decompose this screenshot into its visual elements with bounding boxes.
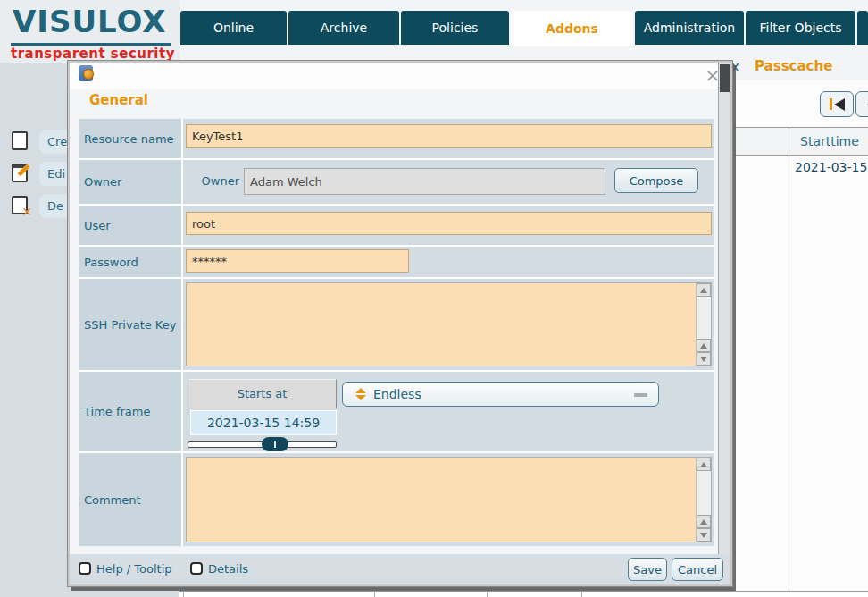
user-input[interactable] xyxy=(186,212,712,235)
skip-bar-icon xyxy=(830,98,832,110)
resource-edit-dialog: × General Resource name Owner Owner Comp… xyxy=(68,61,732,586)
arrow-up-icon xyxy=(700,343,707,349)
dialog-footer: Help / Tooltip Details Save Cancel xyxy=(70,554,730,584)
user-label: User xyxy=(79,206,181,245)
help-tooltip-checkbox[interactable] xyxy=(79,562,91,575)
dialog-scrollbar[interactable] xyxy=(718,63,730,584)
ssh-key-textarea[interactable] xyxy=(187,283,696,366)
start-datetime-value[interactable]: 2021-03-15 14:59 xyxy=(190,410,337,435)
time-slider-thumb[interactable] xyxy=(262,437,288,451)
owner-input[interactable] xyxy=(244,168,605,195)
table-row[interactable]: 2021-03-15 1 xyxy=(795,160,868,174)
cancel-button[interactable]: Cancel xyxy=(672,558,723,581)
end-mode-value: Endless xyxy=(373,387,421,401)
password-input[interactable] xyxy=(186,249,409,273)
owner-inner-label: Owner xyxy=(190,174,239,188)
comment-label: Comment xyxy=(79,453,181,546)
dropdown-handle-icon xyxy=(634,393,647,397)
results-panel xyxy=(732,80,868,597)
ssh-key-cell xyxy=(183,279,714,370)
help-tooltip-label: Help / Tooltip xyxy=(96,562,172,576)
edit-document-icon xyxy=(12,164,28,182)
owner-label: Owner xyxy=(79,160,181,204)
resource-name-cell xyxy=(183,119,714,158)
tab-administration[interactable]: Administration xyxy=(635,11,744,45)
diamond-down xyxy=(355,395,366,400)
dialog-scrollbar-thumb[interactable] xyxy=(720,64,730,92)
tab-policies[interactable]: Policies xyxy=(401,11,509,45)
globe-icon xyxy=(83,69,94,80)
ssh-key-scrollbar[interactable] xyxy=(696,283,711,366)
passcache-section-label[interactable]: Passcache xyxy=(755,58,832,74)
comment-cell xyxy=(183,453,714,546)
owner-cell: Owner Compose xyxy=(183,160,714,204)
scroll-down-button[interactable] xyxy=(697,352,711,366)
hidden-section-label: x xyxy=(731,59,739,75)
compose-button[interactable]: Compose xyxy=(614,168,698,193)
end-mode-dropdown[interactable]: Endless xyxy=(342,382,659,407)
delete-x-icon: ✕ xyxy=(21,205,32,219)
step-back-button[interactable] xyxy=(855,91,868,117)
ssh-key-label: SSH Private Key xyxy=(79,279,181,370)
resource-globe-icon xyxy=(79,65,93,81)
app-tagline: transparent security xyxy=(11,46,175,62)
starts-at-button[interactable]: Starts at xyxy=(188,379,337,408)
password-label: Password xyxy=(79,247,181,277)
scroll-up-button[interactable] xyxy=(697,283,711,297)
table-grid-line xyxy=(374,591,375,597)
tab-general[interactable]: General xyxy=(89,92,148,108)
table-bottom-edge xyxy=(179,591,868,597)
tab-addons[interactable]: Addons xyxy=(511,11,633,46)
table-column-divider xyxy=(789,127,789,597)
sort-diamond-icon xyxy=(355,388,366,400)
dialog-title-bar xyxy=(70,63,730,89)
time-frame-cell: Starts at Endless 2021-03-15 14:59 xyxy=(183,372,714,451)
scroll-up-button[interactable] xyxy=(697,339,711,352)
arrow-up-icon xyxy=(700,462,707,467)
column-header-starttime[interactable]: Starttime xyxy=(800,134,859,148)
app-logo: VISULOX xyxy=(13,4,166,39)
password-cell xyxy=(183,247,714,277)
comment-textarea-wrap xyxy=(186,457,712,542)
scroll-up-button[interactable] xyxy=(697,458,711,471)
create-document-icon xyxy=(12,131,28,150)
ssh-key-textarea-wrap xyxy=(186,282,712,366)
tab-online[interactable]: Online xyxy=(180,11,287,45)
skip-triangle-icon xyxy=(834,98,845,111)
time-frame-label: Time frame xyxy=(79,372,181,451)
tab-archive[interactable]: Archive xyxy=(288,11,399,45)
arrow-up-icon xyxy=(700,288,707,293)
scroll-up-button[interactable] xyxy=(697,515,711,528)
scroll-down-button[interactable] xyxy=(697,528,711,542)
tab-partial[interactable] xyxy=(857,11,868,45)
details-label: Details xyxy=(208,562,248,576)
resource-name-input[interactable] xyxy=(186,124,712,148)
diamond-up xyxy=(355,388,366,393)
resource-name-label: Resource name xyxy=(79,119,181,158)
skip-to-first-button[interactable] xyxy=(820,91,854,117)
delete-document-icon: ✕ xyxy=(12,196,28,214)
table-grid-line xyxy=(487,591,488,597)
details-checkbox[interactable] xyxy=(190,562,203,575)
save-button[interactable]: Save xyxy=(628,558,667,581)
resource-form: Resource name Owner Owner Compose User P… xyxy=(79,119,714,546)
slider-tick-mark xyxy=(274,441,276,448)
user-cell xyxy=(183,206,714,245)
arrow-down-icon xyxy=(700,533,707,538)
tab-filter-objects[interactable]: Filter Objects xyxy=(746,11,855,45)
comment-textarea[interactable] xyxy=(187,458,696,542)
arrow-down-icon xyxy=(700,357,707,362)
comment-scrollbar[interactable] xyxy=(696,458,711,542)
table-grid-line xyxy=(581,591,582,597)
table-grid-line xyxy=(183,591,184,597)
arrow-up-icon xyxy=(700,519,707,525)
